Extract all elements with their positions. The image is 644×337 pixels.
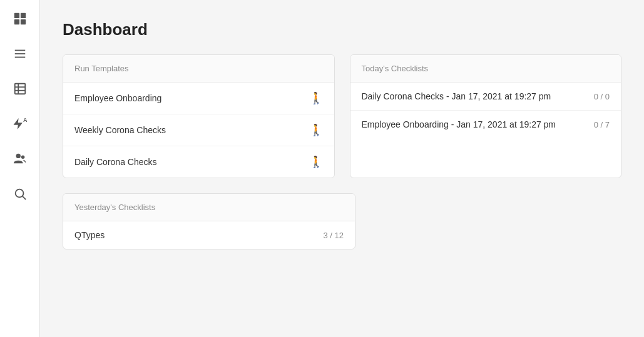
top-cards-row: Run Templates Employee Onboarding 🚶 Week…	[63, 54, 621, 178]
list-item[interactable]: Weekly Corona Checks 🚶	[63, 114, 334, 146]
svg-rect-1	[20, 13, 25, 18]
svg-line-15	[23, 196, 26, 199]
dashboard-icon[interactable]	[11, 10, 29, 28]
list-item[interactable]: Employee Onboarding 🚶	[63, 83, 334, 114]
list-item[interactable]: Daily Corona Checks 🚶	[63, 146, 334, 178]
svg-rect-3	[20, 19, 25, 24]
svg-point-13	[21, 156, 24, 159]
flash-icon[interactable]: A	[11, 115, 29, 133]
list-item[interactable]: Daily Corona Checks - Jan 17, 2021 at 19…	[350, 83, 621, 111]
run-icon: 🚶	[309, 155, 323, 169]
template-name: Employee Onboarding	[74, 93, 161, 103]
bottom-cards-row: Yesterday's Checklists QTypes 3 / 12	[63, 193, 621, 249]
checklist-count: 0 / 0	[594, 92, 610, 101]
svg-rect-7	[14, 84, 25, 94]
run-icon: 🚶	[309, 91, 323, 105]
template-name: Daily Corona Checks	[74, 157, 157, 167]
checklist-label: QTypes	[74, 230, 105, 240]
checklist-count: 3 / 12	[323, 231, 344, 240]
checklist-count: 0 / 7	[594, 120, 610, 129]
yesterdays-checklists-card: Yesterday's Checklists QTypes 3 / 12	[63, 193, 355, 249]
list-item[interactable]: QTypes 3 / 12	[63, 221, 355, 249]
svg-point-12	[16, 154, 20, 158]
run-templates-card: Run Templates Employee Onboarding 🚶 Week…	[63, 54, 335, 178]
list-item[interactable]: Employee Onboarding - Jan 17, 2021 at 19…	[350, 111, 621, 138]
users-icon[interactable]	[11, 150, 29, 168]
main-content: Dashboard Run Templates Employee Onboard…	[40, 0, 644, 337]
yesterdays-checklists-header: Yesterday's Checklists	[63, 194, 355, 221]
template-name: Weekly Corona Checks	[74, 125, 166, 135]
sidebar: A	[0, 0, 40, 337]
table-icon[interactable]	[11, 80, 29, 98]
todays-checklists-card: Today's Checklists Daily Corona Checks -…	[350, 54, 622, 178]
checklist-label: Employee Onboarding - Jan 17, 2021 at 19…	[362, 119, 556, 129]
search-icon[interactable]	[11, 185, 29, 203]
todays-checklists-header: Today's Checklists	[350, 55, 621, 83]
checklist-label: Daily Corona Checks - Jan 17, 2021 at 19…	[362, 91, 551, 101]
svg-rect-2	[14, 19, 19, 24]
run-icon: 🚶	[309, 123, 323, 137]
run-templates-header: Run Templates	[63, 55, 334, 83]
list-icon[interactable]	[11, 45, 29, 63]
svg-point-14	[15, 189, 23, 198]
svg-rect-0	[14, 13, 19, 18]
page-title: Dashboard	[63, 20, 621, 39]
svg-marker-11	[13, 118, 22, 129]
